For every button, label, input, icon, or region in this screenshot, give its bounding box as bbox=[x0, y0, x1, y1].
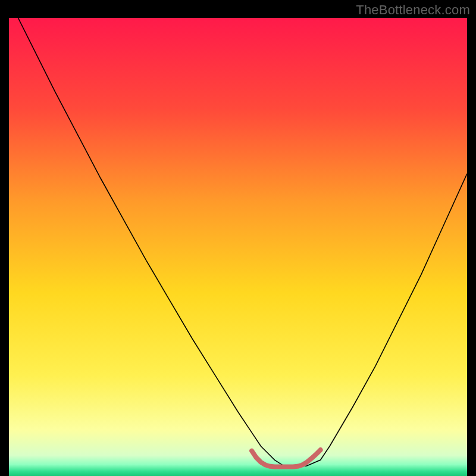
chart-background bbox=[9, 18, 467, 476]
watermark-text: TheBottleneck.com bbox=[356, 2, 470, 18]
chart-frame bbox=[9, 18, 467, 476]
bottleneck-chart bbox=[9, 18, 467, 476]
